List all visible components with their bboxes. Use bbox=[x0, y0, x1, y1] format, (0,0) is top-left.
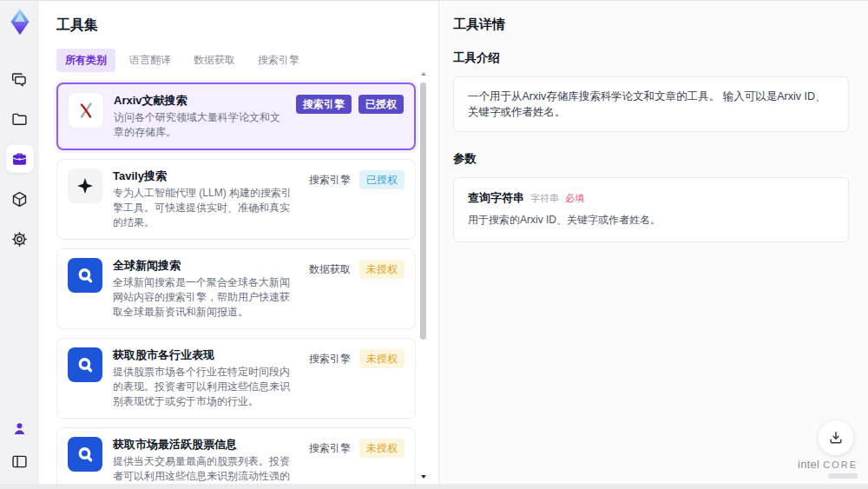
tool-name: 获取市场最活跃股票信息 bbox=[113, 437, 299, 453]
parameter-item: 查询字符串 字符串 必填 用于搜索的Arxiv ID、关键字或作者姓名。 bbox=[453, 177, 849, 242]
tab-search-engine[interactable]: 搜索引擎 bbox=[249, 49, 308, 72]
parameter-description: 用于搜索的Arxiv ID、关键字或作者姓名。 bbox=[468, 213, 834, 228]
download-button[interactable] bbox=[819, 420, 853, 455]
category-tabs: 所有类别 语言翻译 数据获取 搜索引擎 bbox=[56, 49, 416, 72]
tool-card-arxiv[interactable]: Arxiv文献搜索 访问各个研究领域大量科学论文和文章的存储库。 搜索引擎 已授… bbox=[56, 83, 416, 150]
download-icon bbox=[827, 429, 845, 446]
collapse-panel-icon[interactable] bbox=[6, 447, 34, 475]
intel-core-logo: intel CORE bbox=[798, 458, 858, 479]
tool-card-sector-performance[interactable]: 获取股市各行业表现 提供股票市场各个行业在特定时间段内的表现。投资者可以利用这些… bbox=[56, 338, 416, 419]
scrollbar-thumb[interactable] bbox=[420, 83, 426, 340]
parameter-type: 字符串 bbox=[530, 192, 559, 205]
core-logo-text: CORE bbox=[823, 459, 858, 470]
params-heading: 参数 bbox=[453, 151, 849, 167]
auth-status-badge: 未授权 bbox=[359, 349, 404, 368]
package-icon[interactable] bbox=[6, 185, 34, 213]
tool-card-global-news[interactable]: 全球新闻搜索 全球新闻搜索是一个聚合全球各大新闻网站内容的搜索引擎，帮助用户快速… bbox=[56, 248, 416, 329]
tool-description: 全球新闻搜索是一个聚合全球各大新闻网站内容的搜索引擎，帮助用户快速获取全球最新资… bbox=[113, 275, 299, 320]
category-badge: 搜索引擎 bbox=[307, 349, 352, 368]
news-q-icon bbox=[68, 258, 102, 293]
parameter-name: 查询字符串 bbox=[468, 190, 524, 206]
window-bottom-edge bbox=[0, 484, 868, 489]
scrollbar-down-arrow[interactable] bbox=[421, 475, 426, 479]
tool-name: 全球新闻搜索 bbox=[113, 258, 299, 274]
detail-title: 工具详情 bbox=[453, 17, 849, 33]
category-badge: 数据获取 bbox=[307, 260, 352, 279]
app-window: 工具集 所有类别 语言翻译 数据获取 搜索引擎 Arxiv文献搜索 访问各个研究… bbox=[0, 0, 868, 489]
intro-heading: 工具介绍 bbox=[453, 50, 849, 66]
category-badge: 搜索引擎 bbox=[296, 95, 352, 114]
auth-status-badge: 已授权 bbox=[359, 170, 404, 189]
auth-status-badge: 未授权 bbox=[359, 439, 404, 458]
tab-language-translation[interactable]: 语言翻译 bbox=[121, 49, 180, 72]
arxiv-icon bbox=[69, 93, 103, 128]
tavily-star-icon bbox=[68, 169, 102, 203]
folder-icon[interactable] bbox=[6, 105, 34, 133]
intro-text-box: 一个用于从Arxiv存储库搜索科学论文和文章的工具。 输入可以是Arxiv ID… bbox=[453, 76, 849, 132]
tool-detail-panel: 工具详情 工具介绍 一个用于从Arxiv存储库搜索科学论文和文章的工具。 输入可… bbox=[438, 1, 868, 489]
tool-name: 获取股市各行业表现 bbox=[113, 347, 299, 363]
scrollbar-up-arrow[interactable] bbox=[421, 72, 426, 76]
left-rail bbox=[0, 1, 39, 489]
chat-icon[interactable] bbox=[6, 65, 34, 93]
list-scrollbar[interactable] bbox=[420, 76, 427, 477]
tool-name: Tavily搜索 bbox=[113, 169, 299, 184]
tool-description: 提供股票市场各个行业在特定时间段内的表现。投资者可以利用这些信息来识别表现优于或… bbox=[113, 365, 299, 409]
tab-data-fetch[interactable]: 数据获取 bbox=[185, 49, 244, 72]
category-badge: 搜索引擎 bbox=[307, 170, 352, 189]
news-q-icon bbox=[68, 437, 102, 472]
tool-description: 访问各个研究领域大量科学论文和文章的存储库。 bbox=[114, 110, 287, 140]
settings-gear-icon[interactable] bbox=[6, 225, 34, 253]
app-logo-icon[interactable] bbox=[6, 8, 34, 36]
tool-card-tavily[interactable]: Tavily搜索 专为人工智能代理 (LLM) 构建的搜索引擎工具。可快速提供实… bbox=[56, 159, 416, 240]
intel-badge-bar bbox=[828, 473, 858, 479]
auth-status-badge: 已授权 bbox=[358, 95, 404, 114]
page-title: 工具集 bbox=[56, 17, 416, 35]
toolbox-icon[interactable] bbox=[6, 145, 34, 173]
tools-list-panel: 工具集 所有类别 语言翻译 数据获取 搜索引擎 Arxiv文献搜索 访问各个研究… bbox=[39, 1, 438, 489]
tool-description: 专为人工智能代理 (LLM) 构建的搜索引擎工具。可快速提供实时、准确和真实的结… bbox=[113, 186, 299, 230]
user-avatar-icon[interactable] bbox=[6, 414, 34, 442]
intel-logo-text: intel bbox=[798, 458, 819, 471]
tool-name: Arxiv文献搜索 bbox=[114, 93, 287, 109]
news-q-icon bbox=[68, 347, 102, 382]
category-badge: 搜索引擎 bbox=[307, 439, 352, 458]
tab-all-categories[interactable]: 所有类别 bbox=[56, 49, 115, 72]
tool-card-active-stocks[interactable]: 获取市场最活跃股票信息 提供当天交易量最高的股票列表。投资者可以利用这些信息来识… bbox=[56, 427, 416, 489]
parameter-required-flag: 必填 bbox=[565, 192, 584, 205]
auth-status-badge: 未授权 bbox=[359, 260, 404, 279]
